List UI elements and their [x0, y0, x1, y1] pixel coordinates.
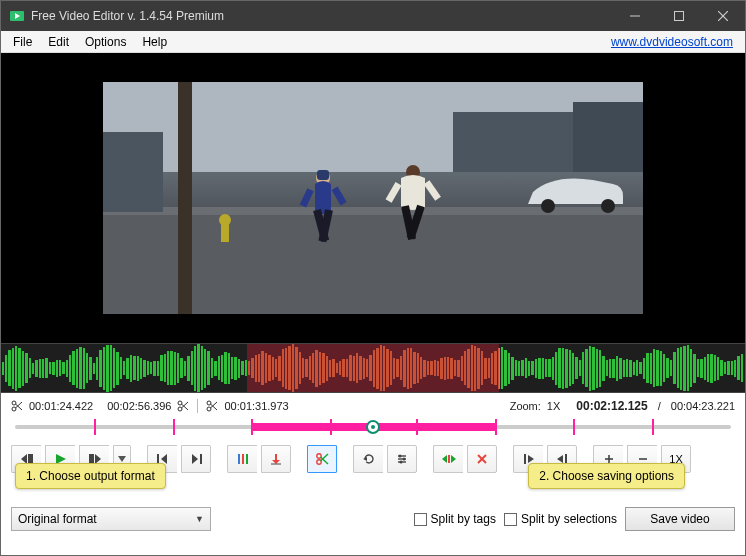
menu-options[interactable]: Options — [77, 33, 134, 51]
current-time: 00:02:12.125 — [576, 399, 647, 413]
undo-cut-button[interactable] — [433, 445, 463, 473]
split-by-tags-label: Split by tags — [431, 512, 496, 526]
svg-marker-69 — [451, 455, 456, 463]
svg-rect-9 — [453, 112, 573, 172]
cut-duration: 00:01:31.973 — [224, 400, 288, 412]
svg-rect-22 — [332, 187, 347, 206]
checkbox-icon — [504, 513, 517, 526]
svg-marker-73 — [528, 455, 534, 463]
window-titlebar: Free Video Editor v. 1.4.54 Premium — [1, 1, 745, 31]
svg-rect-11 — [103, 132, 163, 212]
svg-rect-72 — [524, 454, 526, 464]
svg-marker-67 — [442, 455, 447, 463]
window-title: Free Video Editor v. 1.4.54 Premium — [31, 9, 613, 23]
svg-rect-50 — [238, 454, 240, 464]
svg-point-16 — [219, 214, 231, 226]
scissors-icon — [206, 400, 218, 412]
chevron-down-icon: ▼ — [195, 514, 204, 524]
maximize-button[interactable] — [657, 1, 701, 31]
split-by-selections-checkbox[interactable]: Split by selections — [504, 512, 617, 526]
cut-selection-button[interactable] — [307, 445, 337, 473]
split-by-tags-checkbox[interactable]: Split by tags — [414, 512, 496, 526]
svg-rect-27 — [424, 180, 441, 200]
callout-output-format: 1. Choose output format — [15, 463, 166, 489]
save-video-label: Save video — [650, 512, 709, 526]
scissors-icon — [11, 400, 23, 412]
svg-rect-49 — [200, 454, 202, 464]
split-by-selections-label: Split by selections — [521, 512, 617, 526]
output-format-value: Original format — [18, 512, 97, 526]
output-format-dropdown[interactable]: Original format ▼ — [11, 507, 211, 531]
minimize-button[interactable] — [613, 1, 657, 31]
bottom-bar: Original format ▼ Split by tags Split by… — [1, 493, 745, 539]
callout-saving-options: 2. Choose saving options — [528, 463, 685, 489]
svg-marker-48 — [192, 454, 198, 464]
menubar: File Edit Options Help www.dvdvideosoft.… — [1, 31, 745, 53]
svg-rect-68 — [448, 455, 450, 463]
svg-rect-3 — [675, 12, 684, 21]
close-button[interactable] — [701, 1, 745, 31]
app-icon — [9, 8, 25, 24]
timeline-slider[interactable] — [15, 417, 731, 437]
website-link[interactable]: www.dvdvideosoft.com — [611, 35, 741, 49]
menu-edit[interactable]: Edit — [40, 33, 77, 51]
zoom-label: Zoom: — [510, 400, 541, 412]
total-duration: 00:04:23.221 — [671, 400, 735, 412]
checkbox-icon — [414, 513, 427, 526]
svg-point-14 — [601, 199, 615, 213]
svg-rect-52 — [246, 454, 248, 464]
video-preview-area — [1, 53, 745, 343]
svg-rect-51 — [242, 454, 244, 464]
audio-waveform[interactable] — [1, 343, 745, 393]
svg-point-13 — [541, 199, 555, 213]
playhead-handle[interactable] — [366, 420, 380, 434]
playback-toolbar: 1X 1. Choose output format 2. Choose sav… — [1, 441, 745, 475]
scissors-icon — [177, 400, 189, 412]
svg-rect-21 — [300, 188, 314, 207]
video-frame[interactable] — [103, 82, 643, 314]
svg-marker-74 — [557, 455, 563, 463]
skip-forward-button[interactable] — [181, 445, 211, 473]
settings-button[interactable] — [387, 445, 417, 473]
svg-marker-45 — [118, 456, 126, 462]
time-separator: / — [658, 400, 661, 412]
waveform-selection — [247, 344, 500, 392]
selection-end-time: 00:02:56.396 — [107, 400, 171, 412]
download-marker-button[interactable] — [261, 445, 291, 473]
svg-rect-12 — [178, 82, 192, 314]
svg-rect-10 — [573, 102, 643, 172]
zoom-value: 1X — [547, 400, 560, 412]
menu-help[interactable]: Help — [134, 33, 175, 51]
svg-point-65 — [403, 458, 406, 461]
svg-point-66 — [400, 461, 403, 464]
marker-button[interactable] — [227, 445, 257, 473]
delete-button[interactable] — [467, 445, 497, 473]
separator — [197, 399, 198, 413]
menu-file[interactable]: File — [5, 33, 40, 51]
svg-marker-54 — [272, 460, 280, 464]
svg-rect-26 — [386, 182, 402, 203]
rotate-button[interactable] — [353, 445, 383, 473]
svg-rect-18 — [317, 170, 329, 180]
svg-point-64 — [399, 455, 402, 458]
selection-info-row: 00:01:24.422 00:02:56.396 00:01:31.973 Z… — [1, 393, 745, 415]
save-video-button[interactable]: Save video — [625, 507, 735, 531]
selection-start-time: 00:01:24.422 — [29, 400, 93, 412]
